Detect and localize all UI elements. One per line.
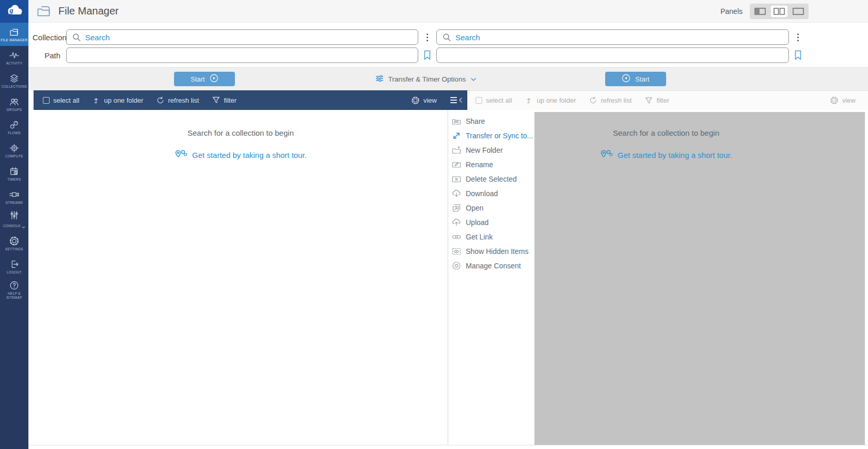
chip-icon [9,143,20,153]
sidebar-item-label: FILE MANAGER [1,38,28,42]
filter-button[interactable]: filter [212,97,236,104]
tour-link[interactable]: Get started by taking a short tour. [175,150,307,161]
path-label: Path [33,51,60,60]
panel-layout-double-button[interactable] [771,6,787,17]
sidebar-item-file-manager[interactable]: FILE MANAGER [0,23,28,46]
menu-item-share[interactable]: Share [448,114,534,129]
refresh-list-button[interactable]: refresh list [156,97,199,104]
people-icon [9,97,20,107]
tour-link[interactable]: Get started by taking a short tour. [600,150,732,161]
up-one-folder-button[interactable]: up one folder [526,97,576,104]
menu-item-rename[interactable]: Rename [448,157,534,172]
menu-item-delete-selected[interactable]: Delete Selected [448,172,534,186]
tour-link-label: Get started by taking a short tour. [618,151,732,159]
flow-circles-icon [9,120,20,130]
gear-icon [830,96,839,105]
globus-logo[interactable]: g [0,0,28,23]
menu-item-transfer-or-sync[interactable]: Transfer or Sync to... [448,129,534,143]
menu-item-download[interactable]: Download [448,186,534,201]
panels-control: Panels [720,4,809,19]
left-start-button[interactable]: Start [174,72,235,86]
filter-button[interactable]: filter [645,97,669,104]
sidebar-item-compute[interactable]: COMPUTE [0,139,28,162]
refresh-list-label: refresh list [168,97,199,104]
panel-layout-single-button[interactable] [790,6,807,17]
chevron-down-icon [470,75,477,83]
up-arrow-icon [526,97,533,104]
menu-item-label: Manage Consent [466,262,521,270]
filter-label: filter [656,97,669,104]
map-pins-icon [175,150,188,161]
menu-item-show-hidden[interactable]: Show Hidden Items [448,244,534,259]
sidebar-item-groups[interactable]: GROUPS [0,92,28,116]
bookmark-icon[interactable] [423,50,431,60]
sidebar-item-collections[interactable]: COLLECTIONS [0,69,28,92]
left-path-wrap [66,47,418,63]
sidebar-item-label: SETTINGS [5,247,23,251]
kebab-dots-icon[interactable] [795,31,801,43]
up-arrow-icon [93,97,101,104]
circled-play-right-icon [210,74,218,84]
globus-cloud-icon: g [5,4,24,20]
menu-item-new-folder[interactable]: New Folder [448,143,534,157]
select-all-button[interactable]: select all [476,97,512,104]
left-collection-search-input[interactable] [66,29,418,45]
kebab-dots-icon[interactable] [424,31,430,43]
right-collection-menu [789,31,807,43]
search-icon [443,33,451,42]
toolbar-row: select all up one folder refresh list [28,90,868,110]
menu-item-label: Rename [466,161,493,169]
up-one-folder-label: up one folder [537,97,576,104]
right-start-button[interactable]: Start [605,72,666,86]
menu-item-open[interactable]: Open [448,201,534,215]
logout-door-icon [9,259,20,269]
menu-item-upload[interactable]: Upload [448,215,534,230]
left-empty-state: Search for a collection to begin Get sta… [34,110,448,161]
transfer-icon [452,131,461,140]
app-window: g FILE MANAGER ACTIVITY COLLECTIONS [0,0,868,449]
left-view-button[interactable]: view [411,96,437,105]
sidebar-item-flows[interactable]: FLOWS [0,116,28,139]
transfer-timer-options[interactable]: Transfer & Timer Options [367,72,485,86]
sidebar-item-timers[interactable]: TIMERS [0,162,28,185]
start-button-label: Start [635,75,649,83]
menu-item-label: Upload [466,218,488,227]
sidebar-item-logout[interactable]: LOGOUT [0,255,28,278]
sidebar-item-label: TIMERS [7,178,21,181]
sidebar-item-console[interactable]: CONSOLE [0,209,28,232]
sidebar-item-streams[interactable]: STREAMS [0,185,28,209]
select-all-label: select all [53,97,80,104]
sidebar-item-settings[interactable]: SETTINGS [0,232,28,255]
menu-item-label: Transfer or Sync to... [466,132,533,140]
consent-icon [452,261,461,270]
right-view-button[interactable]: view [830,96,856,105]
chevron-down-icon [22,221,25,231]
open-icon [452,203,461,213]
transfer-options-label: Transfer & Timer Options [388,75,466,83]
bookmark-icon[interactable] [794,50,802,60]
sidebar-item-label: STREAMS [6,201,23,204]
menu-item-get-link[interactable]: Get Link [448,230,534,244]
footer-strip [28,445,868,449]
panels-label: Panels [720,7,743,15]
left-path-input[interactable] [66,47,418,63]
refresh-list-button[interactable]: refresh list [589,97,632,104]
up-one-folder-button[interactable]: up one folder [93,97,144,104]
right-path-input[interactable] [436,47,789,63]
delete-icon [452,174,461,184]
menu-item-label: New Folder [466,146,503,154]
empty-message: Search for a collection to begin [34,129,448,137]
right-collection-search-input[interactable] [436,29,789,45]
menu-item-label: Delete Selected [466,175,517,183]
menu-item-manage-consent[interactable]: Manage Consent [448,259,534,273]
sidebar-item-label: ACTIVITY [6,61,23,65]
select-all-button[interactable]: select all [43,97,80,104]
collapse-menu-icon[interactable] [450,97,462,103]
panel-layout-left-button[interactable] [752,6,768,17]
panel-layout-group [750,4,809,19]
sidebar-item-activity[interactable]: ACTIVITY [0,46,28,69]
sidebar-item-label: HELP & SITEMAP [1,292,28,299]
page-header: File Manager Panels [28,0,868,23]
sidebar-item-help-sitemap[interactable]: HELP & SITEMAP [0,278,28,301]
filter-icon [212,97,220,104]
